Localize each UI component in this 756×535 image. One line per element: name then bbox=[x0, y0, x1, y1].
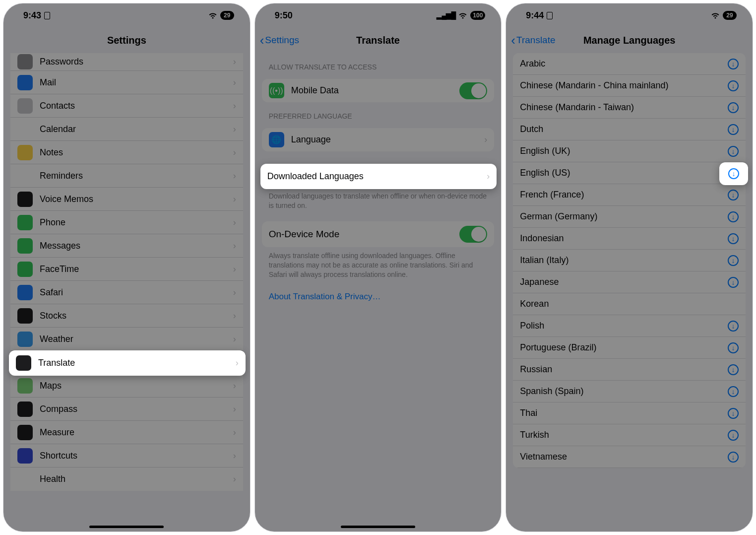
download-icon[interactable]: ↓ bbox=[728, 255, 739, 266]
language-row: Indonesian↓ bbox=[513, 228, 746, 250]
app-icon bbox=[17, 285, 33, 300]
download-icon[interactable]: ↓ bbox=[728, 430, 739, 441]
app-icon bbox=[17, 448, 33, 464]
app-icon bbox=[17, 262, 33, 277]
section-header-preferred: PREFERRED LANGUAGE bbox=[255, 102, 502, 123]
settings-row[interactable]: Messages› bbox=[10, 234, 243, 258]
settings-row[interactable]: Mail› bbox=[10, 71, 243, 94]
app-icon bbox=[17, 378, 33, 394]
settings-row[interactable]: Voice Memos› bbox=[10, 188, 243, 211]
download-icon[interactable]: ↓ bbox=[728, 211, 739, 222]
download-icon[interactable]: ↓ bbox=[728, 364, 739, 375]
language-label: Arabic bbox=[520, 59, 728, 69]
settings-row[interactable]: Contacts› bbox=[10, 94, 243, 118]
settings-row[interactable]: Shortcuts› bbox=[10, 444, 243, 468]
status-time: 9:43 bbox=[23, 10, 41, 21]
translate-row-highlight[interactable]: Translate › bbox=[9, 350, 246, 376]
language-row: Spanish (Spain)↓ bbox=[513, 381, 746, 402]
download-icon[interactable]: ↓ bbox=[728, 80, 739, 91]
settings-row[interactable]: Notes› bbox=[10, 141, 243, 164]
mobile-data-icon: ((•)) bbox=[269, 83, 284, 98]
chevron-right-icon: › bbox=[233, 171, 236, 181]
row-label: Contacts bbox=[40, 101, 233, 111]
download-icon[interactable]: ↓ bbox=[728, 102, 739, 113]
app-icon bbox=[17, 75, 33, 90]
language-row[interactable]: 🌐 Language › bbox=[262, 128, 495, 151]
battery-indicator: 29 bbox=[220, 11, 234, 20]
download-icon[interactable]: ↓ bbox=[728, 452, 739, 463]
settings-row[interactable]: Stocks› bbox=[10, 304, 243, 328]
app-icon bbox=[17, 192, 33, 207]
ondevice-toggle[interactable] bbox=[459, 226, 487, 243]
language-row: Portuguese (Brazil)↓ bbox=[513, 337, 746, 359]
download-icon[interactable]: ↓ bbox=[728, 321, 739, 332]
download-icon[interactable]: ↓ bbox=[728, 190, 739, 201]
status-time: 9:44 bbox=[526, 10, 544, 21]
language-row: Polish↓ bbox=[513, 315, 746, 337]
battery-indicator: 100 bbox=[470, 11, 485, 20]
download-icon[interactable]: ↓ bbox=[728, 59, 739, 69]
language-label: Chinese (Mandarin - Taiwan) bbox=[520, 102, 728, 113]
download-icon[interactable]: ↓ bbox=[728, 408, 739, 419]
language-label: Russian bbox=[520, 364, 728, 375]
nav-title: Manage Languages bbox=[506, 35, 753, 46]
chevron-right-icon: › bbox=[233, 287, 236, 298]
settings-row[interactable]: Reminders› bbox=[10, 164, 243, 188]
row-label: Safari bbox=[40, 287, 233, 298]
language-row: German (Germany)↓ bbox=[513, 206, 746, 228]
screenshot-translate-settings: 9:50 ▂▄▆█ 100 ‹ Settings Translate ALLOW… bbox=[254, 3, 502, 532]
chevron-right-icon: › bbox=[233, 334, 236, 344]
row-label: Compass bbox=[40, 404, 233, 414]
row-label: Translate bbox=[38, 358, 236, 368]
settings-row[interactable]: FaceTime› bbox=[10, 258, 243, 281]
download-icon[interactable]: ↓ bbox=[728, 233, 739, 244]
language-label: Polish bbox=[520, 321, 728, 331]
chevron-right-icon: › bbox=[233, 194, 236, 204]
wifi-icon bbox=[711, 12, 720, 19]
app-icon bbox=[17, 471, 33, 487]
chevron-right-icon: › bbox=[484, 134, 487, 145]
row-label: Mail bbox=[40, 77, 233, 88]
download-icon[interactable]: ↓ bbox=[728, 277, 739, 288]
mobile-data-toggle[interactable] bbox=[459, 82, 487, 99]
row-label: Calendar bbox=[40, 124, 233, 134]
language-row: Vietnamese↓ bbox=[513, 446, 746, 468]
app-icon bbox=[17, 401, 33, 417]
row-label: Maps bbox=[40, 381, 233, 391]
download-icon[interactable]: ↓ bbox=[728, 386, 739, 397]
download-icon[interactable]: ↓ bbox=[728, 146, 739, 157]
chevron-right-icon: › bbox=[233, 311, 236, 321]
language-row: Dutch↓ bbox=[513, 119, 746, 140]
settings-row[interactable]: Weather› bbox=[10, 328, 243, 351]
download-icon[interactable]: ↓ bbox=[728, 124, 739, 135]
download-icon: ↓ bbox=[728, 168, 739, 179]
download-icon[interactable]: ↓ bbox=[728, 342, 739, 353]
battery-indicator: 29 bbox=[723, 11, 737, 20]
language-label: English (US) bbox=[520, 168, 728, 178]
chevron-right-icon: › bbox=[233, 381, 236, 391]
language-label: Turkish bbox=[520, 430, 728, 440]
settings-row[interactable]: Safari› bbox=[10, 281, 243, 304]
chevron-right-icon: › bbox=[233, 451, 236, 461]
language-label: Spanish (Spain) bbox=[520, 386, 728, 397]
row-label: Measure bbox=[40, 427, 233, 438]
nav-bar: Settings bbox=[3, 27, 250, 53]
downloaded-languages-highlight[interactable]: Downloaded Languages › bbox=[260, 164, 497, 189]
download-english-us-highlight[interactable]: ↓ bbox=[719, 162, 748, 185]
mobile-data-row[interactable]: ((•)) Mobile Data bbox=[262, 79, 495, 102]
settings-row[interactable]: Measure› bbox=[10, 421, 243, 444]
ondevice-mode-row[interactable]: On-Device Mode bbox=[262, 221, 495, 247]
settings-row[interactable]: Compass› bbox=[10, 398, 243, 421]
chevron-right-icon: › bbox=[233, 241, 236, 251]
about-translation-link[interactable]: About Translation & Privacy… bbox=[255, 281, 502, 313]
language-label: English (UK) bbox=[520, 146, 728, 156]
app-icon bbox=[17, 332, 33, 347]
chevron-right-icon: › bbox=[233, 217, 236, 228]
app-icon bbox=[17, 168, 33, 184]
settings-row[interactable]: Health› bbox=[10, 468, 243, 491]
settings-row[interactable]: Phone› bbox=[10, 211, 243, 234]
app-icon bbox=[17, 98, 33, 114]
settings-row[interactable]: Maps› bbox=[10, 374, 243, 398]
settings-row[interactable]: Passwords› bbox=[10, 53, 243, 71]
settings-row[interactable]: Calendar› bbox=[10, 118, 243, 141]
